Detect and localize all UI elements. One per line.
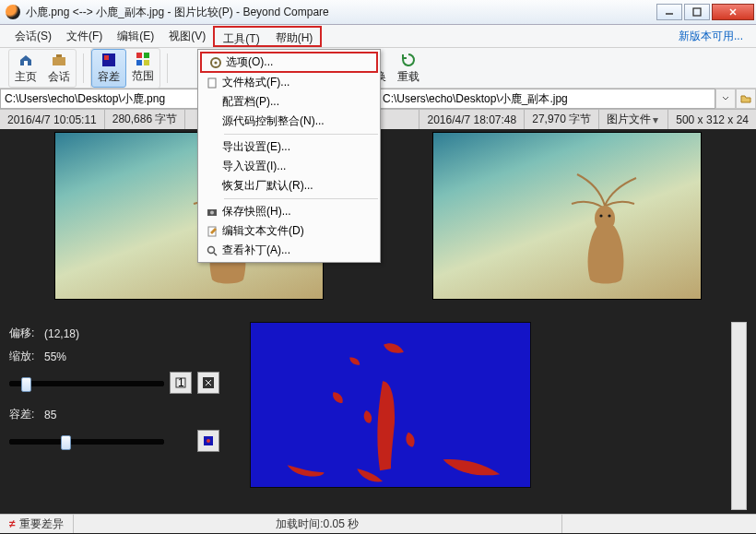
menu-view-patch[interactable]: 查看补丁(A)... <box>198 241 380 260</box>
right-browse-button[interactable] <box>736 89 756 109</box>
svg-text:1: 1 <box>178 376 184 389</box>
toolbar-diff[interactable]: 容差 <box>91 49 126 88</box>
right-dimensions: 500 x 312 x 24 <box>668 110 756 129</box>
menu-file[interactable]: 文件(F) <box>59 26 110 47</box>
menu-edit-text-file[interactable]: 编辑文本文件(D) <box>198 221 380 241</box>
svg-rect-8 <box>136 60 142 65</box>
right-image <box>433 133 701 299</box>
slider-thumb[interactable] <box>61 435 71 450</box>
tools-dropdown: 选项(O)... 文件格式(F)... 配置档(P)... 源代码控制整合(N)… <box>197 49 381 263</box>
menu-import-settings[interactable]: 导入设置(I)... <box>198 157 380 176</box>
zoom-label: 缩放: <box>9 349 44 364</box>
vertical-scrollbar[interactable] <box>731 322 747 510</box>
chevron-down-icon: ▾ <box>651 113 660 126</box>
right-timestamp: 2016/4/7 18:07:48 <box>419 110 525 129</box>
svg-point-27 <box>207 439 210 443</box>
gear-icon <box>206 56 226 69</box>
right-path-input[interactable]: C:\Users\echo\Desktop\小鹿_副本.jpg <box>378 89 715 109</box>
menu-options[interactable]: 选项(O)... <box>200 52 378 73</box>
right-image-pane[interactable] <box>378 129 756 316</box>
menu-help[interactable]: 帮助(H) <box>268 28 321 45</box>
search-icon <box>202 244 222 257</box>
toolbar-range[interactable]: 范围 <box>126 49 159 88</box>
actual-size-button[interactable] <box>197 372 219 394</box>
fit-button[interactable]: 1 <box>170 372 192 394</box>
svg-rect-5 <box>104 55 109 60</box>
svg-rect-9 <box>144 60 149 65</box>
svg-point-21 <box>600 215 603 218</box>
svg-rect-3 <box>56 54 62 57</box>
tolerance-button[interactable] <box>197 430 219 452</box>
toolbar-sessions[interactable]: 会话 <box>42 50 76 87</box>
menu-edit[interactable]: 编辑(E) <box>110 26 161 47</box>
svg-rect-6 <box>136 53 142 58</box>
diff-controls: 偏移: (12,18) 缩放: 55% 1 容差: 85 <box>9 322 244 510</box>
right-filetype[interactable]: 图片文件▾ <box>599 110 668 129</box>
maximize-button[interactable] <box>684 4 710 20</box>
minimize-button[interactable] <box>656 4 682 20</box>
svg-rect-0 <box>693 8 701 16</box>
menu-highlight-box: 工具(T) 帮助(H) <box>213 26 322 47</box>
menu-divider <box>224 198 378 199</box>
window-title: 小鹿.png <--> 小鹿_副本.jpg - 图片比较(P) - Beyond… <box>26 5 656 20</box>
menu-divider <box>224 134 378 135</box>
tolerance-slider[interactable] <box>9 439 164 445</box>
svg-point-11 <box>214 61 217 64</box>
briefcase-icon <box>51 52 67 68</box>
zoom-value: 55% <box>44 350 66 363</box>
title-bar: 小鹿.png <--> 小鹿_副本.jpg - 图片比较(P) - Beyond… <box>0 0 756 25</box>
not-equal-icon: ≠ <box>9 517 16 530</box>
edit-icon <box>202 225 222 238</box>
menu-bar: 会话(S) 文件(F) 编辑(E) 视图(V) 工具(T) 帮助(H) 新版本可… <box>0 25 756 48</box>
menu-profiles[interactable]: 配置档(P)... <box>198 92 380 112</box>
svg-rect-2 <box>53 57 65 65</box>
offset-label: 偏移: <box>9 326 44 341</box>
diff-image[interactable] <box>250 322 531 488</box>
close-button[interactable] <box>712 4 754 20</box>
camera-icon <box>202 206 222 219</box>
right-filesize: 27,970 字节 <box>525 110 599 129</box>
diff-icon <box>100 52 117 68</box>
offset-value: (12,18) <box>44 327 79 340</box>
menu-tools[interactable]: 工具(T) <box>215 28 267 45</box>
svg-rect-12 <box>208 78 216 88</box>
home-icon <box>18 52 34 68</box>
left-timestamp: 2016/4/7 10:05:11 <box>0 110 105 129</box>
zoom-slider[interactable] <box>9 381 164 386</box>
reload-icon <box>400 52 417 68</box>
diff-area: 偏移: (12,18) 缩放: 55% 1 容差: 85 <box>0 316 756 514</box>
menu-view[interactable]: 视图(V) <box>161 26 213 47</box>
menu-file-formats[interactable]: 文件格式(F)... <box>198 73 380 92</box>
tolerance-label: 容差: <box>9 407 44 422</box>
menu-restore-defaults[interactable]: 恢复出厂默认(R)... <box>198 176 380 196</box>
status-bar: ≠ 重要差异 加载时间: 0.05 秒 <box>0 514 756 533</box>
right-path-dropdown[interactable] <box>715 89 736 109</box>
menu-source-control[interactable]: 源代码控制整合(N)... <box>198 112 380 131</box>
left-filesize: 280,686 字节 <box>105 110 186 129</box>
status-load-time: 加载时间: 0.05 秒 <box>74 515 562 533</box>
toolbar-home[interactable]: 主页 <box>9 50 42 87</box>
range-icon <box>135 51 151 67</box>
status-diff: ≠ 重要差异 <box>0 515 74 533</box>
menu-save-snapshot[interactable]: 保存快照(H)... <box>198 202 380 221</box>
update-available-link[interactable]: 新版本可用... <box>673 27 749 46</box>
tolerance-value: 85 <box>44 409 56 421</box>
file-icon <box>202 77 222 89</box>
svg-point-16 <box>208 246 215 253</box>
svg-rect-7 <box>144 53 149 58</box>
menu-export-settings[interactable]: 导出设置(E)... <box>198 137 380 157</box>
slider-thumb[interactable] <box>21 377 31 392</box>
menu-session[interactable]: 会话(S) <box>7 26 59 47</box>
toolbar-reload[interactable]: 重载 <box>392 50 425 87</box>
app-icon <box>6 5 20 19</box>
svg-rect-1 <box>24 61 28 65</box>
svg-point-14 <box>210 210 214 214</box>
svg-point-22 <box>608 215 611 218</box>
